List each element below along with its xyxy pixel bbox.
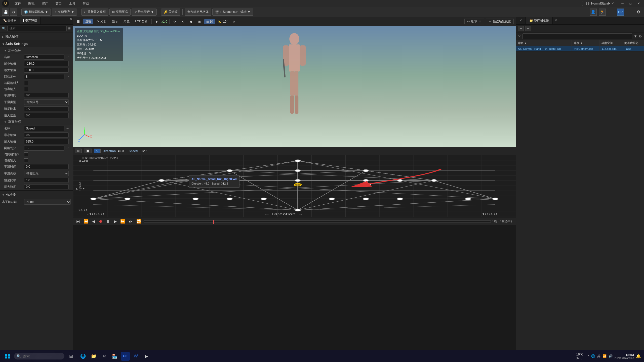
- window-restore-icon[interactable]: □: [628, 2, 633, 5]
- tab-close-icon[interactable]: ✕: [611, 2, 614, 5]
- asset-browser-tab[interactable]: 📁 资产浏览器: [526, 17, 553, 24]
- v-min-input[interactable]: [24, 132, 69, 138]
- grid-btn[interactable]: ⊞ 10: [204, 19, 215, 24]
- create-asset-btn[interactable]: ✦ 创建资产 ▼: [52, 9, 77, 16]
- h-min-input[interactable]: [24, 61, 69, 66]
- taskbar-word-icon[interactable]: W: [131, 352, 140, 361]
- animation-icon[interactable]: 🏃: [599, 9, 606, 16]
- h-maxspeed-input[interactable]: [24, 113, 69, 118]
- taskbar-mail-icon[interactable]: ✉: [100, 352, 109, 361]
- details-close-icon[interactable]: ✕: [479, 20, 481, 23]
- h-wrap-checkbox[interactable]: [24, 87, 28, 91]
- col-name[interactable]: 命名 ▲: [516, 40, 572, 46]
- input-section-header[interactable]: ▶ 输入输值: [0, 33, 73, 40]
- v-snap-checkbox[interactable]: [24, 152, 28, 156]
- skeleton-tree-tab[interactable]: 🦴 骨骼树: [0, 17, 20, 24]
- h-grid-input[interactable]: [24, 74, 64, 79]
- taskbar-explorer-icon[interactable]: 📁: [89, 352, 98, 361]
- show-btn[interactable]: 显示: [110, 19, 120, 24]
- save-icon[interactable]: 💾: [2, 9, 9, 16]
- col-path[interactable]: 路径 ▲: [572, 40, 599, 46]
- expand-btn[interactable]: ▷: [231, 19, 237, 24]
- menu-help[interactable]: 帮助: [81, 1, 91, 6]
- asset-back-btn[interactable]: ←: [518, 26, 524, 31]
- v-name-reset-icon[interactable]: ↩: [66, 127, 69, 130]
- timeline-track[interactable]: [144, 220, 491, 222]
- asset-filter-x-btn[interactable]: ✕: [518, 34, 521, 38]
- playback-back-btn[interactable]: ◀: [91, 219, 96, 224]
- horizontal-axis-header[interactable]: ▼ 水平坐标: [0, 47, 73, 54]
- taskbar-clock[interactable]: 18:53 2024/9/16/aroline: [615, 353, 634, 359]
- angle-btn[interactable]: 📐 10°: [216, 19, 230, 24]
- start-button[interactable]: [3, 352, 12, 361]
- export-asset-btn[interactable]: ↗ 导出资产 ▼: [132, 9, 157, 16]
- lighting-btn[interactable]: ☀ 光照: [95, 19, 108, 24]
- graph-move-btn[interactable]: ↖: [94, 149, 101, 153]
- taskbar-taskview-btn[interactable]: ⊞: [66, 352, 75, 361]
- analysis-func-select[interactable]: None: [24, 199, 71, 205]
- language-icon[interactable]: 英: [597, 354, 600, 358]
- settings-icon[interactable]: ⚙: [10, 9, 17, 16]
- h-grid-reset-icon[interactable]: ↩: [66, 75, 69, 78]
- sequencer-btn[interactable]: 🎬 在Sequencer中编辑 ▼: [212, 9, 253, 16]
- weather-widget[interactable]: 19°C 多云: [574, 351, 586, 361]
- v-name-input[interactable]: [24, 126, 64, 131]
- taskbar-ue-icon[interactable]: UE: [121, 352, 130, 361]
- asset-settings-icon[interactable]: ⚙: [639, 34, 642, 38]
- apply-compress-btn[interactable]: ⊞ 应用压缩: [109, 9, 131, 16]
- h-smooth-type-select[interactable]: 弹簧阻尼: [24, 99, 69, 105]
- window-close-icon[interactable]: ✕: [635, 2, 642, 5]
- playback-prev-btn[interactable]: ⏪: [83, 219, 90, 224]
- preview-mesh-btn[interactable]: 🧊 预览网格体 ▼: [21, 9, 51, 16]
- keyframe-btn[interactable]: 🔑 关键帧: [161, 9, 180, 16]
- tray-chevron-icon[interactable]: ^: [588, 354, 589, 358]
- taskbar-media-icon[interactable]: ▶: [142, 352, 151, 361]
- menu-tools[interactable]: 工具: [67, 1, 77, 6]
- menu-file[interactable]: 文件: [13, 1, 23, 6]
- character-tools-icon[interactable]: 👤: [590, 9, 597, 16]
- taskbar-edge-icon[interactable]: 🌐: [78, 352, 88, 361]
- h-damping-input[interactable]: [24, 106, 69, 111]
- graph-nav-btn[interactable]: 🔲: [84, 149, 92, 153]
- playback-next-btn[interactable]: ⏩: [119, 219, 126, 224]
- view-options-icon[interactable]: ⊞: [68, 27, 71, 30]
- window-minimize-icon[interactable]: ─: [619, 2, 626, 5]
- table-row[interactable]: AS_Normal_Stand_Run_RightFwd /All/Game/A…: [516, 46, 644, 52]
- reimport-btn[interactable]: ↩ 重新导入动画: [81, 9, 108, 16]
- network-icon[interactable]: 🌐: [591, 354, 595, 358]
- graph-select-btn[interactable]: ⊞: [75, 149, 82, 153]
- asset-fwd-btn[interactable]: →: [526, 26, 531, 31]
- h-max-input[interactable]: [24, 68, 69, 73]
- analysis-header[interactable]: ▼ 分析器: [0, 192, 73, 198]
- menu-edit[interactable]: 编辑: [27, 1, 36, 6]
- blend-space-graph[interactable]: ▲ Speed ▼: [73, 155, 516, 217]
- asset-browser-close[interactable]: ✕: [553, 17, 559, 24]
- anim-ctrl-4[interactable]: ⊠: [196, 19, 203, 24]
- h-snap-checkbox[interactable]: [24, 81, 28, 85]
- more-options-icon[interactable]: ⋯: [608, 9, 615, 16]
- editor-settings-icon[interactable]: ⚙: [635, 9, 642, 16]
- playback-record-btn[interactable]: ⏺: [98, 219, 104, 224]
- asset-details-tab[interactable]: ℹ 资产详情: [20, 17, 40, 24]
- menu-asset[interactable]: 资产: [40, 1, 50, 6]
- v-maxspeed-input[interactable]: [24, 184, 69, 189]
- left-panel-close[interactable]: ✕: [70, 17, 73, 24]
- playback-end-btn[interactable]: ⏭: [128, 219, 134, 224]
- col-size[interactable]: 磁盘空间: [599, 40, 622, 46]
- static-mesh-btn[interactable]: 制作静态网格体: [185, 9, 211, 16]
- playback-loop-btn[interactable]: 🔁: [135, 219, 142, 224]
- search-input[interactable]: [7, 26, 67, 31]
- lod-btn[interactable]: LOD自动: [133, 19, 149, 24]
- col-virtual[interactable]: 拥有虚拟化: [622, 40, 644, 46]
- blueprint-icon[interactable]: BP: [617, 9, 624, 16]
- character-btn[interactable]: 角色: [122, 19, 132, 24]
- v-grid-input[interactable]: [24, 146, 64, 151]
- details-tab[interactable]: ✏ 细节 ✕: [464, 19, 484, 24]
- v-damping-input[interactable]: [24, 178, 69, 183]
- playback-start-btn[interactable]: ⏮: [75, 219, 81, 224]
- playback-pause-btn[interactable]: ⏸: [105, 219, 111, 224]
- playback-fwd-single-btn[interactable]: ▶: [113, 219, 118, 224]
- v-smooth-type-select[interactable]: 弹簧阻尼: [24, 171, 69, 176]
- asset-search-input[interactable]: [522, 33, 632, 39]
- wifi-icon[interactable]: 📶: [602, 354, 607, 358]
